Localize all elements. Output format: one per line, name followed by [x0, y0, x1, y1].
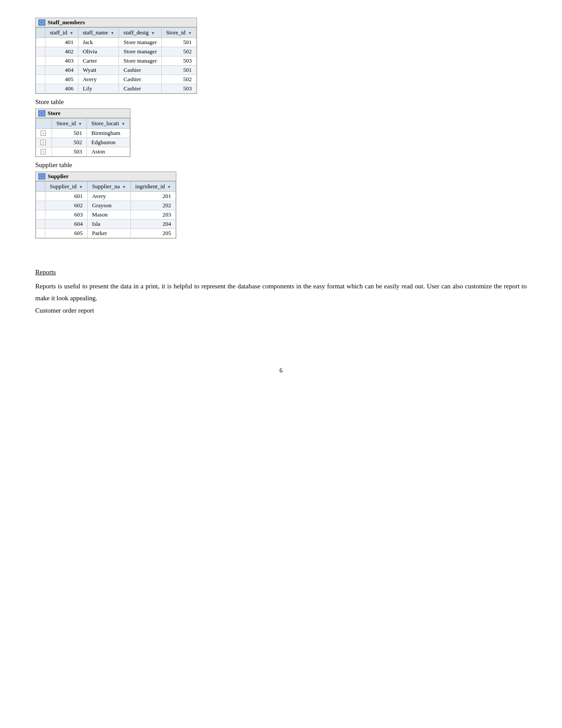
table-row: 404 Wyatt Cashier 501 [36, 66, 197, 75]
table-row: 605 Parker 205 [36, 229, 176, 238]
store-id-cell: 502 [52, 138, 87, 147]
staff-members-table: staff_id ▼ staff_name ▼ staff_desig ▼ St… [36, 27, 197, 93]
store-table-title: Store [36, 109, 130, 118]
staff-members-col-staff-name[interactable]: staff_name ▼ [78, 28, 119, 38]
table-row: 603 Mason 203 [36, 210, 176, 220]
row-selector-cell [36, 84, 45, 93]
staff-desig-cell: Cashier [119, 75, 161, 84]
table-icon [38, 19, 45, 26]
staff-id-cell: 402 [45, 47, 78, 56]
table-row: 403 Carter Store manager 503 [36, 56, 197, 66]
table-row: 405 Avery Cashier 502 [36, 75, 197, 84]
store-id-cell: 501 [161, 38, 196, 47]
staff-id-cell: 403 [45, 56, 78, 66]
row-selector-cell [36, 38, 45, 47]
supplier-table-icon [38, 173, 45, 179]
expand-btn[interactable]: + [41, 140, 46, 145]
supplier-table-wrapper: Supplier Supplier_id ▼ Supplier_na ▼ ing… [35, 172, 176, 239]
staff-members-section: Staff_members staff_id ▼ staff_name ▼ st… [35, 18, 527, 97]
staff-desig-cell: Cashier [119, 84, 161, 93]
sort-arrow-staff-desig: ▼ [151, 31, 155, 35]
ingridient-id-cell: 205 [130, 229, 175, 238]
ingridient-id-cell: 201 [130, 192, 175, 201]
sort-arrow-staff-id: ▼ [70, 31, 74, 35]
supplier-col-supplier-id[interactable]: Supplier_id ▼ [45, 182, 88, 192]
supplier-col-ingridient-id[interactable]: ingridient_id ▼ [130, 182, 175, 192]
reports-body: Reports is useful to present the data in… [35, 280, 527, 304]
store-id-cell: 501 [52, 129, 87, 138]
row-selector-cell: + [36, 138, 52, 147]
ingridient-id-cell: 202 [130, 201, 175, 210]
supplier-na-cell: Mason [87, 210, 130, 220]
supplier-id-cell: 601 [45, 192, 88, 201]
ingridient-id-cell: 204 [130, 220, 175, 229]
sort-arrow-store-locati: ▼ [121, 122, 125, 126]
store-id-cell: 503 [161, 84, 196, 93]
supplier-title-label: Supplier [48, 173, 69, 180]
store-locati-cell: Birmingham [87, 129, 130, 138]
supplier-na-cell: Avery [87, 192, 130, 201]
row-selector-cell: + [36, 147, 52, 157]
staff-members-col-staff-desig[interactable]: staff_desig ▼ [119, 28, 161, 38]
expand-btn[interactable]: + [41, 149, 46, 154]
store-id-cell: 502 [161, 75, 196, 84]
staff-id-cell: 406 [45, 84, 78, 93]
table-row: 601 Avery 201 [36, 192, 176, 201]
sort-arrow-store-id-col: ▼ [78, 122, 82, 126]
row-selector-cell [36, 192, 45, 201]
staff-name-cell: Avery [78, 75, 119, 84]
supplier-section-label: Supplier table [35, 161, 527, 169]
store-id-cell: 501 [161, 66, 196, 75]
staff-desig-cell: Store manager [119, 47, 161, 56]
store-section-label: Store table [35, 98, 527, 106]
store-id-cell: 503 [52, 147, 87, 157]
staff-members-col-store-id[interactable]: Store_id ▼ [161, 28, 196, 38]
store-id-cell: 502 [161, 47, 196, 56]
store-col-store-locati[interactable]: Store_locati ▼ [87, 119, 130, 129]
table-row: 406 Lily Cashier 503 [36, 84, 197, 93]
staff-members-title-label: Staff_members [48, 19, 85, 26]
row-selector-cell [36, 66, 45, 75]
supplier-col-supplier-na[interactable]: Supplier_na ▼ [87, 182, 130, 192]
row-selector-cell [36, 201, 45, 210]
staff-members-table-wrapper: Staff_members staff_id ▼ staff_name ▼ st… [35, 18, 197, 94]
supplier-table-title: Supplier [36, 172, 176, 181]
table-row: 604 Isla 204 [36, 220, 176, 229]
staff-desig-cell: Store manager [119, 38, 161, 47]
supplier-id-cell: 604 [45, 220, 88, 229]
row-selector-cell: + [36, 129, 52, 138]
table-row: + 502 Edgbaston [36, 138, 130, 147]
staff-id-cell: 401 [45, 38, 78, 47]
store-col-store-id[interactable]: Store_id ▼ [52, 119, 87, 129]
staff-name-cell: Wyatt [78, 66, 119, 75]
row-selector-cell [36, 220, 45, 229]
sort-arrow-supplier-id: ▼ [79, 185, 83, 189]
staff-name-cell: Lily [78, 84, 119, 93]
staff-members-col-staff-id[interactable]: staff_id ▼ [45, 28, 78, 38]
row-selector-cell [36, 56, 45, 66]
staff-name-cell: Jack [78, 38, 119, 47]
staff-members-table-title: Staff_members [36, 18, 197, 27]
row-selector-cell [36, 47, 45, 56]
reports-sub-item: Customer order report [35, 307, 527, 314]
store-table-wrapper: Store Store_id ▼ Store_locati ▼ [35, 108, 130, 157]
expand-btn[interactable]: + [41, 131, 46, 136]
row-selector-cell [36, 75, 45, 84]
store-table: Store_id ▼ Store_locati ▼ + 501 Birmingh… [36, 118, 130, 157]
row-selector-cell [36, 210, 45, 220]
store-locati-cell: Edgbaston [87, 138, 130, 147]
reports-title: Reports [35, 269, 527, 276]
staff-desig-cell: Cashier [119, 66, 161, 75]
table-row: 602 Grayson 202 [36, 201, 176, 210]
sort-arrow-supplier-na: ▼ [122, 185, 126, 189]
supplier-id-cell: 602 [45, 201, 88, 210]
staff-members-row-selector-header [36, 28, 45, 38]
staff-id-cell: 405 [45, 75, 78, 84]
reports-section: Reports Reports is useful to present the… [35, 269, 527, 314]
supplier-na-cell: Parker [87, 229, 130, 238]
supplier-table: Supplier_id ▼ Supplier_na ▼ ingridient_i… [36, 181, 176, 238]
table-row: + 501 Birmingham [36, 129, 130, 138]
supplier-id-cell: 603 [45, 210, 88, 220]
row-selector-cell [36, 229, 45, 238]
store-locati-cell: Aston [87, 147, 130, 157]
